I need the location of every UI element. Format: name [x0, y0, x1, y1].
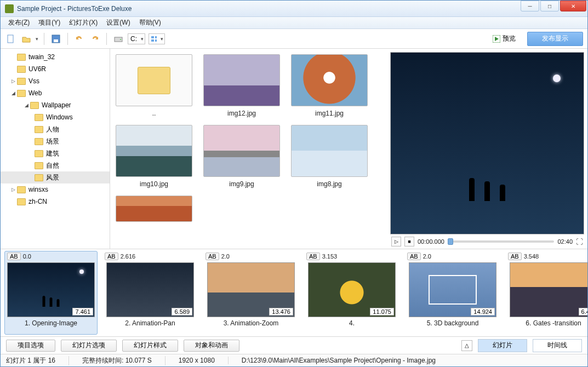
tree-item-twain[interactable]: twain_32 [1, 51, 110, 63]
tree-item-changjing[interactable]: 场景 [1, 135, 110, 147]
menu-help[interactable]: 帮助(V) [135, 17, 165, 28]
thumb-img8[interactable]: img8.jpg [291, 125, 368, 188]
preview-label: 预览 [503, 34, 516, 43]
status-bar: 幻灯片 1 属于 16 完整持续时间: 10.077 S 1920 x 1080… [1, 354, 587, 366]
ab-badge[interactable]: AB [407, 253, 421, 260]
titlebar: Sample Project - PicturesToExe Deluxe ─ … [1, 1, 587, 17]
ab-badge[interactable]: AB [306, 253, 320, 260]
preview-button[interactable]: 预览 [489, 32, 524, 45]
ab-badge[interactable]: AB [205, 253, 219, 260]
folder-icon [17, 90, 26, 97]
folder-icon [35, 126, 43, 133]
tree-item-winsxs[interactable]: ▷winsxs [1, 184, 110, 196]
drive-icon[interactable] [112, 33, 124, 45]
play-icon [493, 35, 500, 43]
folder-icon [17, 54, 26, 61]
folder-icon [17, 66, 26, 73]
seek-slider[interactable] [448, 240, 555, 243]
folder-tree[interactable]: twain_32 UV6R ▷Vss ◢Web ◢Wallpaper Windo… [1, 49, 110, 249]
play-button[interactable]: ▷ [391, 237, 401, 246]
thumbnail-grid[interactable]: .. img12.jpg img11.jpg img10.jpg img9.jp… [110, 49, 387, 249]
collapse-button[interactable]: △ [461, 340, 472, 351]
slide-5[interactable]: AB2.0 14.924 5. 3D background [406, 253, 499, 333]
status-resolution: 1920 x 1080 [179, 357, 229, 364]
slide-6[interactable]: AB3.548 6.40 6. Gates -transition [507, 253, 587, 333]
ab-badge[interactable]: AB [7, 253, 21, 260]
thumb-img11[interactable]: img11.jpg [291, 54, 368, 117]
thumb-img12[interactable]: img12.jpg [203, 54, 280, 117]
tab-slide[interactable]: 幻灯片 [478, 339, 527, 352]
minimize-button[interactable]: ─ [521, 1, 539, 12]
total-time: 02:40 [557, 238, 573, 245]
objects-animation-button[interactable]: 对象和动画 [184, 340, 239, 352]
publish-label: 发布显示 [542, 34, 568, 43]
project-options-button[interactable]: 项目选项 [6, 340, 55, 352]
tree-item-windows[interactable]: Windows [1, 111, 110, 123]
folder-icon [35, 162, 43, 169]
folder-icon [17, 186, 26, 193]
separator [106, 33, 107, 45]
svg-rect-8 [155, 39, 157, 42]
svg-rect-2 [54, 39, 58, 42]
fullscreen-button[interactable]: ⛶ [576, 238, 583, 246]
preview-image[interactable] [390, 52, 584, 234]
slide-style-button[interactable]: 幻灯片样式 [122, 340, 178, 352]
svg-rect-5 [151, 36, 154, 38]
folder-icon [17, 198, 26, 205]
folder-icon [138, 67, 170, 94]
tree-item-uv6r[interactable]: UV6R [1, 63, 110, 75]
menu-settings[interactable]: 设置(W) [102, 17, 134, 28]
tab-timeline[interactable]: 时间线 [533, 339, 582, 352]
thumb-parent[interactable]: .. [116, 54, 192, 117]
app-icon [5, 4, 14, 13]
tree-item-jianzhu[interactable]: 建筑 [1, 147, 110, 159]
tree-item-renwu[interactable]: 人物 [1, 123, 110, 135]
current-time: 00:00.000 [418, 238, 444, 245]
ab-badge[interactable]: AB [508, 253, 522, 260]
stop-button[interactable]: ■ [404, 237, 414, 246]
publish-button[interactable]: 发布显示 [527, 32, 583, 46]
menubar: 发布(Z) 项目(Y) 幻灯片(X) 设置(W) 帮助(V) [1, 17, 587, 29]
open-button[interactable] [20, 33, 32, 45]
status-slide-count: 幻灯片 1 属于 16 [6, 356, 69, 365]
thumb-img9[interactable]: img9.jpg [203, 125, 280, 188]
tree-item-wallpaper[interactable]: ◢Wallpaper [1, 99, 110, 111]
new-button[interactable] [5, 33, 17, 45]
save-button[interactable] [50, 33, 62, 45]
folder-icon [35, 138, 43, 145]
folder-icon [17, 78, 26, 85]
thumb-img10[interactable]: img10.jpg [116, 125, 192, 188]
slide-options-button[interactable]: 幻灯片选项 [61, 340, 117, 352]
redo-button[interactable] [89, 33, 101, 45]
folder-icon [35, 150, 43, 157]
menu-slide[interactable]: 幻灯片(X) [65, 17, 102, 28]
close-button[interactable]: ✕ [560, 1, 586, 12]
folder-icon [35, 174, 43, 181]
separator [67, 33, 68, 45]
svg-point-4 [120, 39, 121, 40]
tree-item-ziran[interactable]: 自然 [1, 159, 110, 171]
menu-publish[interactable]: 发布(Z) [4, 17, 34, 28]
status-path: D:\123\9.0\Main\All\Examples\Sample Proj… [242, 357, 436, 364]
undo-button[interactable] [73, 33, 85, 45]
slide-1[interactable]: AB0.0 7.461 1. Opening-Image [4, 251, 98, 335]
slide-4[interactable]: AB3.153 11.075 4. [305, 253, 398, 333]
menu-project[interactable]: 项目(Y) [34, 17, 65, 28]
ab-badge[interactable]: AB [105, 253, 118, 260]
tree-item-web[interactable]: ◢Web [1, 87, 110, 99]
status-duration: 完整持续时间: 10.077 S [82, 356, 165, 365]
slide-2[interactable]: AB2.616 6.589 2. Animation-Pan [104, 253, 197, 333]
view-select[interactable] [149, 33, 165, 44]
tree-item-fengjing[interactable]: 风景 [1, 171, 110, 184]
folder-icon [30, 102, 39, 109]
separator [44, 33, 44, 45]
maximize-button[interactable]: □ [540, 1, 559, 12]
slide-3[interactable]: AB2.0 13.476 3. Animation-Zoom [204, 253, 298, 333]
tree-item-vss[interactable]: ▷Vss [1, 75, 110, 87]
moon-icon [553, 74, 561, 82]
tree-item-zhcn[interactable]: zh-CN [1, 196, 110, 208]
thumb-next[interactable] [116, 196, 192, 222]
slide-strip[interactable]: AB0.0 7.461 1. Opening-Image AB2.616 6.5… [1, 249, 587, 337]
svg-rect-0 [8, 35, 13, 43]
drive-select[interactable]: C: [128, 33, 145, 44]
